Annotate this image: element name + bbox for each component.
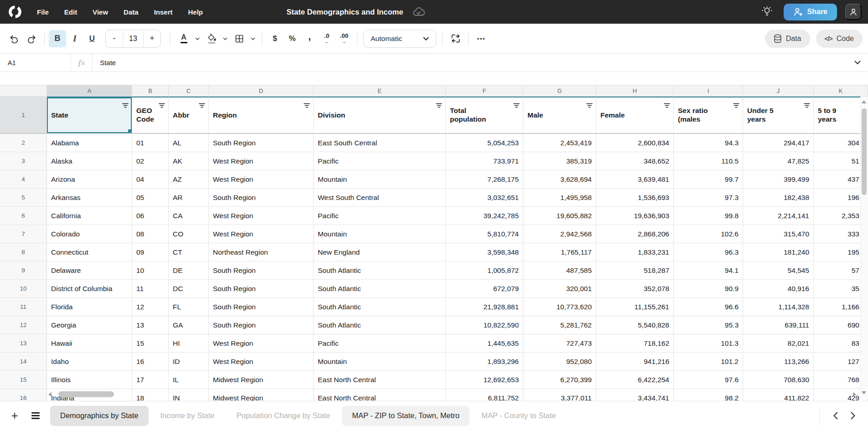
filter-icon[interactable]	[159, 102, 165, 110]
formula-input[interactable]: State	[93, 59, 116, 67]
select-all-corner[interactable]	[0, 85, 47, 97]
cell-A14[interactable]: Idaho	[47, 353, 132, 371]
filter-icon[interactable]	[122, 102, 129, 110]
row-number[interactable]: 6	[0, 207, 47, 225]
cell-H9[interactable]: 518,287	[596, 261, 674, 280]
cell-G13[interactable]: 727,473	[523, 334, 596, 353]
menu-item-edit[interactable]: Edit	[57, 0, 85, 24]
cell-J10[interactable]: 40,916	[743, 280, 814, 298]
cell-D9[interactable]: South Region	[209, 261, 314, 280]
filter-icon[interactable]	[804, 102, 810, 110]
cell-I4[interactable]: 99.7	[674, 170, 743, 189]
column-header-H[interactable]: H	[596, 85, 674, 97]
cell-C5[interactable]: AR	[169, 189, 209, 207]
cell-I8[interactable]: 96.3	[674, 243, 743, 261]
cell-G12[interactable]: 5,281,762	[523, 316, 596, 334]
cell-D4[interactable]: West Region	[209, 170, 314, 189]
header-cell-I1[interactable]: Sex ratio (males	[674, 97, 743, 134]
number-format-select[interactable]: Automatic	[363, 30, 436, 48]
tabs-scroll-right-button[interactable]	[844, 407, 862, 425]
column-header-D[interactable]: D	[209, 85, 314, 97]
cell-B9[interactable]: 10	[132, 261, 169, 280]
percent-format-button[interactable]: %	[284, 30, 301, 47]
filter-icon[interactable]	[304, 102, 310, 110]
cell-H15[interactable]: 6,422,254	[596, 371, 674, 389]
header-cell-D1[interactable]: Region	[209, 97, 314, 134]
app-logo-icon[interactable]	[7, 4, 23, 20]
cell-J6[interactable]: 2,214,141	[743, 207, 814, 225]
cell-D15[interactable]: Midwest Region	[209, 371, 314, 389]
cell-B15[interactable]: 17	[132, 371, 169, 389]
redo-button[interactable]	[23, 30, 40, 47]
cell-J7[interactable]: 315,470	[743, 225, 814, 243]
cell-B8[interactable]: 09	[132, 243, 169, 261]
underline-button[interactable]: U	[83, 30, 101, 47]
sheet-tab-map-county-to-state[interactable]: MAP - County to State	[471, 406, 566, 426]
cell-J8[interactable]: 181,240	[743, 243, 814, 261]
formula-bar-expand-chevron-icon[interactable]	[854, 61, 861, 65]
row-number[interactable]: 4	[0, 170, 47, 189]
cell-A8[interactable]: Connecticut	[47, 243, 132, 261]
column-header-C[interactable]: C	[169, 85, 209, 97]
cell-H12[interactable]: 5,540,828	[596, 316, 674, 334]
cell-H13[interactable]: 718,162	[596, 334, 674, 353]
vertical-scrollbar[interactable]	[860, 97, 868, 398]
row-number[interactable]: 8	[0, 243, 47, 261]
cell-H6[interactable]: 19,636,903	[596, 207, 674, 225]
cell-G10[interactable]: 320,001	[523, 280, 596, 298]
column-header-J[interactable]: J	[743, 85, 814, 97]
cell-G15[interactable]: 6,270,399	[523, 371, 596, 389]
cell-G7[interactable]: 2,942,568	[523, 225, 596, 243]
row-number[interactable]: 12	[0, 316, 47, 334]
cell-G8[interactable]: 1,765,117	[523, 243, 596, 261]
sheet-list-icon[interactable]	[27, 408, 44, 424]
menu-item-data[interactable]: Data	[116, 0, 146, 24]
cell-I12[interactable]: 95.3	[674, 316, 743, 334]
cell-D5[interactable]: South Region	[209, 189, 314, 207]
cell-H3[interactable]: 348,652	[596, 152, 674, 170]
column-header-E[interactable]: E	[314, 85, 446, 97]
row-number[interactable]: 2	[0, 134, 47, 152]
cell-C7[interactable]: CO	[169, 225, 209, 243]
cell-A4[interactable]: Arizona	[47, 170, 132, 189]
cell-H5[interactable]: 1,536,693	[596, 189, 674, 207]
more-options-button[interactable]: •••	[473, 30, 490, 47]
vertical-scrollbar-thumb[interactable]	[862, 108, 867, 195]
cell-A9[interactable]: Delaware	[47, 261, 132, 280]
filter-icon[interactable]	[733, 102, 739, 110]
cell-D13[interactable]: West Region	[209, 334, 314, 353]
cell-C13[interactable]: HI	[169, 334, 209, 353]
cell-F3[interactable]: 733,971	[446, 152, 523, 170]
column-header-K[interactable]: K	[814, 85, 868, 97]
cell-D3[interactable]: West Region	[209, 152, 314, 170]
cell-C11[interactable]: FL	[169, 298, 209, 316]
add-sheet-button[interactable]: +	[6, 408, 23, 424]
cell-C15[interactable]: IL	[169, 371, 209, 389]
text-color-button[interactable]: A	[175, 30, 192, 47]
column-header-G[interactable]: G	[523, 85, 596, 97]
cell-B14[interactable]: 16	[132, 353, 169, 371]
cell-J5[interactable]: 182,438	[743, 189, 814, 207]
cell-G11[interactable]: 10,773,620	[523, 298, 596, 316]
cell-C14[interactable]: ID	[169, 353, 209, 371]
column-header-F[interactable]: F	[446, 85, 523, 97]
cell-E10[interactable]: South Atlantic	[314, 280, 446, 298]
cell-F13[interactable]: 1,445,635	[446, 334, 523, 353]
cell-E6[interactable]: Pacific	[314, 207, 446, 225]
cell-J3[interactable]: 47,825	[743, 152, 814, 170]
cell-G4[interactable]: 3,628,694	[523, 170, 596, 189]
row-number[interactable]: 3	[0, 152, 47, 170]
cell-G5[interactable]: 1,495,958	[523, 189, 596, 207]
row-number[interactable]: 16	[0, 389, 47, 401]
tabs-scroll-left-button[interactable]	[827, 407, 844, 425]
filter-icon[interactable]	[586, 102, 593, 110]
cell-G9[interactable]: 487,585	[523, 261, 596, 280]
cell-E12[interactable]: South Atlantic	[314, 316, 446, 334]
cell-G2[interactable]: 2,453,419	[523, 134, 596, 152]
menu-item-insert[interactable]: Insert	[146, 0, 181, 24]
header-cell-E1[interactable]: Division	[314, 97, 446, 134]
cell-E3[interactable]: Pacific	[314, 152, 446, 170]
share-button[interactable]: Share	[784, 4, 837, 20]
cell-D2[interactable]: South Region	[209, 134, 314, 152]
cell-J13[interactable]: 82,021	[743, 334, 814, 353]
